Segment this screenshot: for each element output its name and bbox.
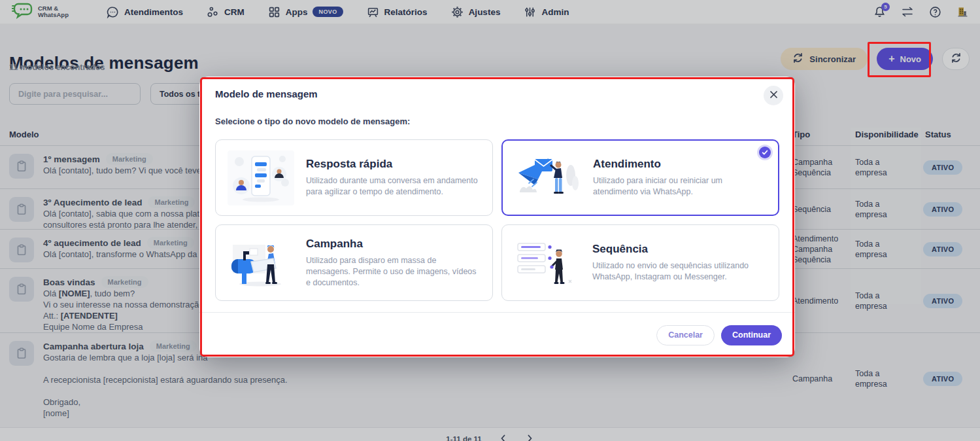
option-card-campanha[interactable]: Campanha Utilizado para disparo em massa… [215, 224, 493, 301]
mailbox-illustration [228, 236, 294, 291]
template-type-options: Resposta rápida Utilizado durante uma co… [215, 139, 779, 301]
new-template-modal: Modelo de mensagem Selecione o tipo do n… [199, 77, 795, 357]
option-description: Utilizado para disparo em massa de mensa… [306, 255, 481, 289]
quick-reply-illustration [228, 150, 294, 205]
modal-subtitle: Selecione o tipo do novo modelo de mensa… [215, 116, 779, 126]
paper-plane-illustration [515, 150, 581, 205]
continue-button[interactable]: Continuar [721, 325, 782, 345]
option-card-text: Campanha Utilizado para disparo em massa… [306, 238, 481, 289]
option-card-text: Resposta rápida Utilizado durante uma co… [306, 158, 481, 198]
modal-close-button[interactable] [764, 86, 783, 105]
option-title: Resposta rápida [306, 158, 481, 171]
close-icon [769, 90, 778, 101]
option-card-atendimento[interactable]: Atendimento Utilizado para iniciar ou re… [501, 139, 779, 216]
modal-title: Modelo de mensagem [215, 88, 779, 99]
option-description: Utilizado durante uma conversa em andame… [306, 175, 481, 198]
app-screen: CRM &WhatsApp Atendimentos [0, 0, 980, 441]
option-card-text: Sequência Utilizado no envio de sequênci… [592, 243, 767, 283]
option-title: Campanha [306, 238, 481, 251]
modal-footer: Cancelar Continuar [199, 313, 795, 357]
option-title: Sequência [592, 243, 767, 256]
option-description: Utilizado para iniciar ou reiniciar um a… [593, 175, 766, 198]
option-card-sequencia[interactable]: Sequência Utilizado no envio de sequênci… [501, 224, 779, 301]
option-card-text: Atendimento Utilizado para iniciar ou re… [593, 158, 766, 198]
option-card-resposta-rapida[interactable]: Resposta rápida Utilizado durante uma co… [215, 139, 493, 216]
cancel-button[interactable]: Cancelar [656, 325, 715, 345]
selected-check-icon [759, 147, 771, 158]
option-title: Atendimento [593, 158, 766, 171]
option-description: Utilizado no envio de sequências utiliza… [592, 260, 767, 283]
sequence-illustration [514, 236, 581, 291]
